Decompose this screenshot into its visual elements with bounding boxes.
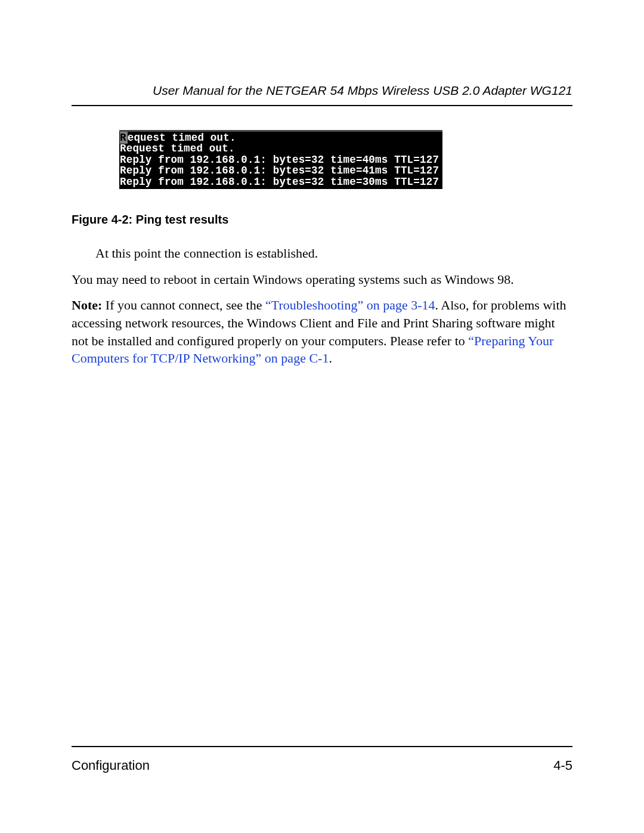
- header-rule: [72, 105, 572, 106]
- link-troubleshooting[interactable]: “Troubleshooting” on page 3-14: [265, 298, 435, 312]
- paragraph-reboot: You may need to reboot in certain Window…: [72, 271, 572, 289]
- footer-left: Configuration: [72, 758, 150, 773]
- terminal-output: Request timed out. Request timed out. Re…: [119, 130, 442, 189]
- note-text-a: If you cannot connect, see the: [102, 298, 265, 312]
- document-header-title: User Manual for the NETGEAR 54 Mbps Wire…: [72, 83, 572, 98]
- terminal-screenshot: Request timed out. Request timed out. Re…: [119, 130, 572, 189]
- paragraph-established: At this point the connection is establis…: [95, 244, 572, 262]
- note-text-c: .: [329, 351, 332, 366]
- page-footer: Configuration 4-5: [72, 746, 572, 773]
- paragraph-note: Note: If you cannot connect, see the “Tr…: [72, 296, 572, 367]
- note-label: Note:: [72, 298, 102, 312]
- figure-caption: Figure 4-2: Ping test results: [72, 213, 572, 227]
- footer-rule: [72, 746, 572, 747]
- footer-page-number: 4-5: [553, 758, 572, 773]
- terminal-line-5: Reply from 192.168.0.1: bytes=32 time=30…: [120, 176, 439, 188]
- terminal-line-4: Reply from 192.168.0.1: bytes=32 time=41…: [120, 165, 439, 176]
- page: User Manual for the NETGEAR 54 Mbps Wire…: [0, 0, 644, 833]
- cursor-highlight: R: [120, 132, 128, 144]
- terminal-line-3: Reply from 192.168.0.1: bytes=32 time=40…: [120, 154, 439, 166]
- terminal-line-1-rest: equest timed out.: [128, 132, 236, 144]
- terminal-line-2: Request timed out.: [120, 143, 235, 154]
